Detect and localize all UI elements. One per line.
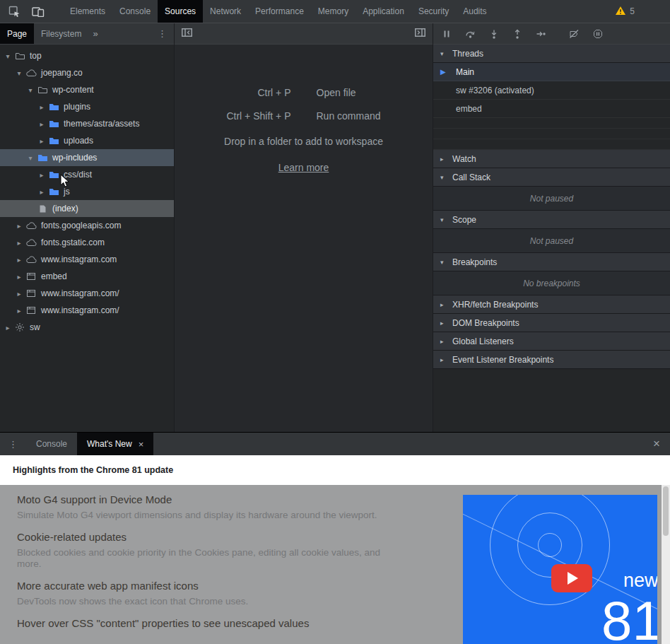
folder-blue-icon (47, 103, 61, 112)
navigator-tab-filesystem[interactable]: Filesystem (34, 23, 88, 44)
whatsnew-video-thumbnail[interactable]: new 81 (463, 495, 657, 644)
chevron-right-icon[interactable]: ▸ (14, 239, 24, 247)
chevron-right-icon[interactable]: ▸ (14, 290, 24, 298)
chevron-right-icon[interactable]: ▸ (14, 256, 24, 264)
section-xhr-fetch-breakpoints[interactable]: ▸XHR/fetch Breakpoints (433, 295, 670, 314)
main-tab-console[interactable]: Console (112, 0, 158, 23)
main-tab-network[interactable]: Network (203, 0, 248, 23)
tree-item-label: plugins (64, 102, 90, 112)
step-out-icon[interactable] (512, 29, 522, 39)
tree-item-sw[interactable]: ▸sw (0, 319, 174, 336)
main-tab-security[interactable]: Security (411, 0, 456, 23)
drawer-tab-label: Console (36, 439, 67, 449)
pause-on-exceptions-icon[interactable] (593, 29, 603, 39)
empty-row (433, 129, 670, 139)
tree-item-uploads[interactable]: ▸uploads (0, 132, 174, 149)
chevron-down-icon[interactable]: ▾ (3, 52, 13, 60)
thread-main[interactable]: ▶Main (433, 63, 670, 81)
main-tab-sources[interactable]: Sources (158, 0, 203, 23)
thumbnail-version-number: 81 (601, 592, 657, 644)
navigator-menu-icon[interactable]: ⋮ (151, 23, 174, 44)
frame-icon (24, 306, 38, 315)
main-tab-performance[interactable]: Performance (248, 0, 311, 23)
tree-item-www-instagram-com[interactable]: ▸www.instagram.com/ (0, 285, 174, 302)
chevron-right-icon[interactable]: ▸ (37, 188, 47, 196)
section-empty-state: Not paused (433, 229, 670, 253)
main-tab-elements[interactable]: Elements (63, 0, 112, 23)
close-drawer-icon[interactable]: × (643, 433, 670, 455)
toggle-debugger-sidebar-icon[interactable] (415, 28, 425, 39)
thread-sw-3206-activated[interactable]: sw #3206 (activated) (433, 81, 670, 100)
chevron-right-icon[interactable]: ▸ (14, 307, 24, 315)
frame-icon (24, 272, 38, 281)
tree-item-wp-includes[interactable]: ▾wp-includes (0, 149, 174, 166)
tree-item-fonts-gstatic-com[interactable]: ▸fonts.gstatic.com (0, 234, 174, 251)
chevron-down-icon[interactable]: ▾ (25, 154, 35, 162)
tree-item-js[interactable]: ▸js (0, 183, 174, 200)
section-global-listeners[interactable]: ▸Global Listeners (433, 332, 670, 351)
frame-icon (24, 289, 38, 298)
chevron-right-icon: ▸ (440, 320, 449, 327)
chevron-down-icon[interactable]: ▾ (25, 86, 35, 94)
tabbar-spacer (102, 23, 151, 44)
section-call-stack[interactable]: ▾Call Stack (433, 168, 670, 187)
section-breakpoints[interactable]: ▾Breakpoints (433, 253, 670, 271)
step-over-icon[interactable] (465, 29, 476, 39)
deactivate-breakpoints-icon[interactable] (569, 29, 580, 39)
more-tabs-icon[interactable]: » (88, 23, 102, 44)
scrollbar-track[interactable] (662, 485, 670, 644)
chevron-right-icon[interactable]: ▸ (3, 324, 13, 332)
thread-embed[interactable]: embed (433, 100, 670, 118)
section-watch[interactable]: ▸Watch (433, 150, 670, 168)
main-tab-audits[interactable]: Audits (456, 0, 493, 23)
tree-item-css-dist[interactable]: ▸css/dist (0, 166, 174, 183)
youtube-play-icon[interactable] (551, 564, 592, 592)
tree-item-joepang-co[interactable]: ▾joepang.co (0, 64, 174, 81)
chevron-right-icon[interactable]: ▸ (14, 222, 24, 230)
tree-item-embed[interactable]: ▸embed (0, 268, 174, 285)
whatsnew-content: Moto G4 support in Device ModeSimulate M… (0, 485, 670, 644)
scrollbar-thumb[interactable] (663, 486, 669, 536)
step-icon[interactable] (536, 29, 546, 39)
main-tab-application[interactable]: Application (355, 0, 411, 23)
tree-item-wp-content[interactable]: ▾wp-content (0, 81, 174, 98)
pause-icon[interactable] (442, 29, 452, 39)
toggle-navigator-icon[interactable] (182, 28, 192, 39)
whatsnew-header: Highlights from the Chrome 81 update (0, 455, 670, 485)
folder-blue-icon (47, 187, 61, 197)
inspect-element-icon[interactable] (8, 6, 20, 17)
navigator-tab-page[interactable]: Page (0, 23, 34, 44)
learn-more-link[interactable]: Learn more (278, 162, 329, 173)
main-tab-memory[interactable]: Memory (311, 0, 355, 23)
tree-item-index[interactable]: (index) (0, 200, 174, 217)
chevron-right-icon[interactable]: ▸ (37, 171, 47, 179)
tree-item-fonts-googleapis-com[interactable]: ▸fonts.googleapis.com (0, 217, 174, 234)
section-threads[interactable]: ▾Threads (433, 45, 670, 63)
tree-item-www-instagram-com[interactable]: ▸www.instagram.com/ (0, 302, 174, 319)
drawer-menu-icon[interactable]: ⋮ (0, 433, 26, 455)
thread-label: embed (456, 104, 482, 114)
active-thread-icon: ▶ (440, 68, 452, 76)
section-dom-breakpoints[interactable]: ▸DOM Breakpoints (433, 314, 670, 332)
chevron-right-icon[interactable]: ▸ (37, 120, 47, 128)
shortcut-keys: Ctrl + Shift + P (226, 110, 290, 122)
chevron-right-icon[interactable]: ▸ (37, 137, 47, 145)
tree-item-themes-astra-assets[interactable]: ▸themes/astra/assets (0, 115, 174, 132)
chevron-down-icon[interactable]: ▾ (14, 69, 24, 77)
tree-item-top[interactable]: ▾top (0, 47, 174, 64)
device-toolbar-icon[interactable] (32, 6, 45, 17)
step-into-icon[interactable] (489, 29, 499, 39)
section-scope[interactable]: ▾Scope (433, 211, 670, 229)
drawer-tab-what-s-new[interactable]: What's New× (77, 433, 153, 455)
empty-row (433, 139, 670, 150)
chevron-right-icon[interactable]: ▸ (37, 103, 47, 111)
console-warning-counter[interactable]: 5 (615, 0, 670, 23)
close-tab-icon[interactable]: × (139, 439, 144, 450)
section-event-listener-breakpoints[interactable]: ▸Event Listener Breakpoints (433, 351, 670, 369)
tree-item-plugins[interactable]: ▸plugins (0, 98, 174, 115)
drawer-tab-console[interactable]: Console (26, 433, 77, 455)
navigator-tabbar: PageFilesystem » ⋮ (0, 23, 174, 45)
tree-item-www-instagram-com[interactable]: ▸www.instagram.com (0, 251, 174, 268)
chevron-right-icon[interactable]: ▸ (14, 273, 24, 281)
main-toolbar: ElementsConsoleSourcesNetworkPerformance… (0, 0, 670, 23)
